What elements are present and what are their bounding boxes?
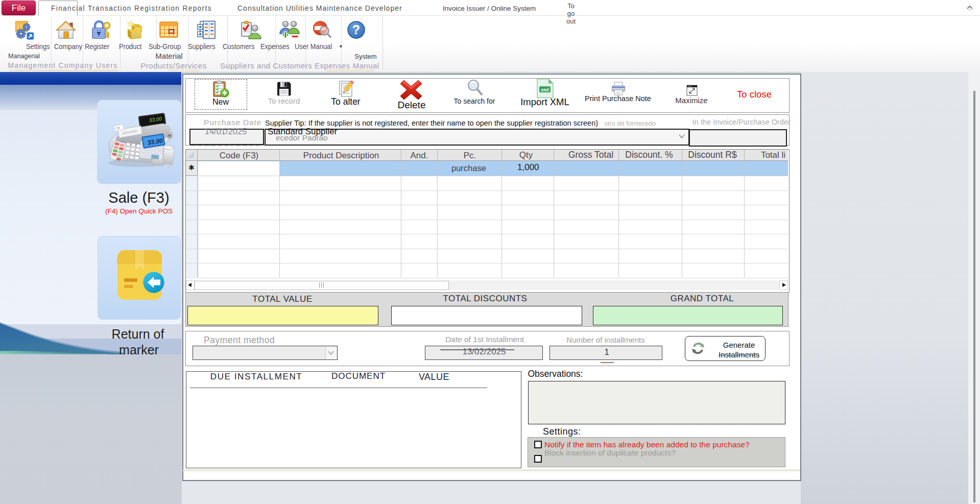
svg-text:?: ? [352, 22, 360, 37]
svg-text:xml: xml [541, 87, 549, 92]
